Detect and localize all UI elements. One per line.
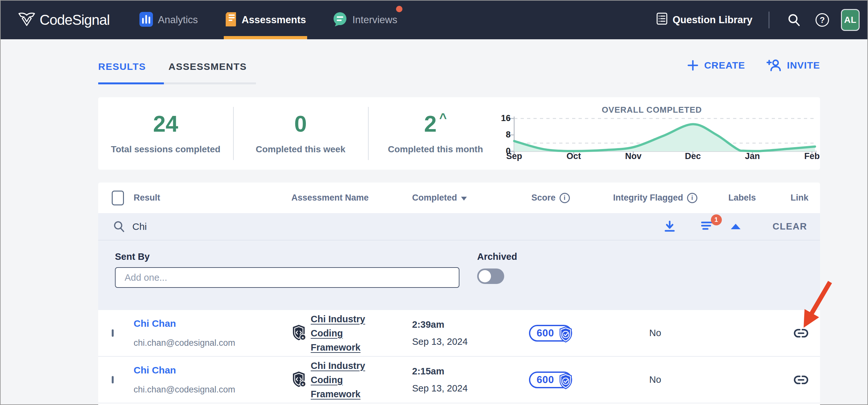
add-person-icon <box>766 59 781 71</box>
stat-value: 0 <box>294 113 307 135</box>
link-icon <box>794 375 808 384</box>
integrity-value: No <box>649 374 661 385</box>
primary-nav: Analytics Assessments Interviews <box>140 1 398 39</box>
interviews-icon <box>333 12 347 28</box>
create-label: CREATE <box>704 60 745 71</box>
tab-results[interactable]: RESULTS <box>98 61 146 72</box>
x-axis-tick: Sep <box>500 151 529 161</box>
copy-link-button[interactable] <box>794 329 808 338</box>
table-row: Chi Chan chi.chan@codesignal.com ★ Chi I… <box>98 310 820 357</box>
x-axis-tick: Dec <box>678 151 707 161</box>
question-library-icon <box>656 12 668 27</box>
results-table: Result Assessment Name Completed Scorei … <box>98 183 820 405</box>
table-header-row: Result Assessment Name Completed Scorei … <box>98 183 820 213</box>
nav-tab-assessments[interactable]: Assessments <box>225 1 306 39</box>
nav-tab-analytics[interactable]: Analytics <box>140 1 198 39</box>
candidate-email: chi.chan@codesignal.com <box>134 338 291 348</box>
area-chart <box>503 115 820 163</box>
header-score: Score <box>531 193 555 203</box>
codesignal-logo-icon <box>18 11 35 29</box>
score-info-icon[interactable]: i <box>560 193 570 203</box>
header-result: Result <box>134 193 160 203</box>
candidate-name-link[interactable]: Chi Chan <box>134 365 291 376</box>
header-completed-sort[interactable]: Completed <box>402 193 493 203</box>
search-button[interactable] <box>784 10 804 30</box>
integrity-value: No <box>649 328 661 338</box>
score-value: 600 <box>537 374 554 386</box>
stat-total-sessions: 24 Total sessions completed <box>98 97 233 170</box>
nav-label-analytics: Analytics <box>158 14 198 26</box>
candidate-name-link[interactable]: Chi Chan <box>134 318 291 329</box>
archived-toggle[interactable] <box>477 269 504 284</box>
search-icon <box>787 13 801 27</box>
select-all-checkbox[interactable] <box>112 191 124 206</box>
score-badge[interactable]: 600 <box>529 325 572 342</box>
row-checkbox[interactable] <box>112 376 114 383</box>
nav-tab-interviews[interactable]: Interviews <box>333 1 397 39</box>
invite-label: INVITE <box>787 60 820 71</box>
assessment-name-link[interactable]: Chi Industry Coding Framework <box>311 312 380 354</box>
top-navbar: CodeSignal Analytics Assessments Intervi… <box>1 1 867 39</box>
main-content: RESULTS ASSESSMENTS CREATE INVITE 24 Tot… <box>98 39 820 97</box>
stat-completed-month: 2^ Completed this month <box>368 97 503 170</box>
x-axis-tick: Jan <box>738 151 767 161</box>
filter-button[interactable]: 1 <box>701 221 714 232</box>
tab-assessments[interactable]: ASSESSMENTS <box>168 61 247 72</box>
filter-panel: Sent By Archived <box>98 241 820 310</box>
link-icon <box>794 329 808 338</box>
header-labels: Labels <box>728 193 756 203</box>
completed-time: 2:15am <box>412 366 493 377</box>
chart-title: OVERALL COMPLETED <box>503 105 801 115</box>
nav-label-assessments: Assessments <box>242 14 306 26</box>
clear-filters-button[interactable]: CLEAR <box>773 221 807 232</box>
filter-count-badge: 1 <box>711 214 722 225</box>
stat-value: 24 <box>153 113 178 135</box>
download-icon <box>663 220 676 233</box>
navbar-right: Question Library ? AL <box>656 9 867 31</box>
copy-link-button[interactable] <box>794 375 808 384</box>
sent-by-input[interactable] <box>115 267 459 288</box>
assessment-shield-icon: ★ <box>291 324 306 342</box>
trend-up-icon: ^ <box>439 112 446 124</box>
score-value: 600 <box>537 328 554 339</box>
search-input[interactable]: Chi <box>132 221 147 232</box>
codesignal-logo[interactable]: CodeSignal <box>18 11 110 29</box>
navbar-divider <box>769 11 770 28</box>
x-axis-tick: Feb <box>798 151 827 161</box>
completed-date: Sep 13, 2024 <box>412 336 493 347</box>
row-checkbox[interactable] <box>112 329 114 337</box>
stat-label: Completed this month <box>388 144 483 155</box>
y-axis-tick: 16 <box>496 113 510 123</box>
sort-caret-icon <box>461 197 467 200</box>
plus-icon <box>687 60 698 71</box>
notification-dot <box>396 6 402 12</box>
score-badge[interactable]: 600 <box>529 372 572 388</box>
collapse-filters-caret[interactable] <box>731 224 741 229</box>
invite-button[interactable]: INVITE <box>766 59 820 71</box>
create-button[interactable]: CREATE <box>687 59 745 71</box>
y-axis-tick: 8 <box>496 130 510 140</box>
x-axis-tick: Oct <box>559 151 588 161</box>
toggle-knob <box>479 270 491 282</box>
download-button[interactable] <box>663 220 676 233</box>
table-row: Chi Chan chi.chan@codesignal.com ★ Chi I… <box>98 357 820 403</box>
question-library-button[interactable]: Question Library <box>656 12 752 27</box>
integrity-info-icon[interactable]: i <box>687 193 698 203</box>
svg-text:★: ★ <box>301 335 304 339</box>
overall-completed-chart: OVERALL COMPLETED 1680 SepOctNovDecJanFe… <box>503 97 820 170</box>
tab-underline <box>98 83 256 84</box>
nav-label-interviews: Interviews <box>352 14 397 26</box>
assessment-name-link[interactable]: Chi Industry Coding Framework <box>311 359 380 401</box>
help-icon: ? <box>815 13 829 27</box>
help-button[interactable]: ? <box>813 10 832 30</box>
score-shield-icon <box>558 372 574 392</box>
stats-card: 24 Total sessions completed 0 Completed … <box>98 97 820 170</box>
stat-value: 2 <box>424 113 437 135</box>
svg-text:★: ★ <box>301 382 304 386</box>
stat-label: Completed this week <box>256 144 345 155</box>
sent-by-label: Sent By <box>115 251 820 262</box>
avatar[interactable]: AL <box>841 9 860 31</box>
completed-date: Sep 13, 2024 <box>412 383 493 394</box>
page-tabs-row: RESULTS ASSESSMENTS CREATE INVITE <box>98 39 820 97</box>
app-window: CodeSignal Analytics Assessments Intervi… <box>0 0 868 405</box>
